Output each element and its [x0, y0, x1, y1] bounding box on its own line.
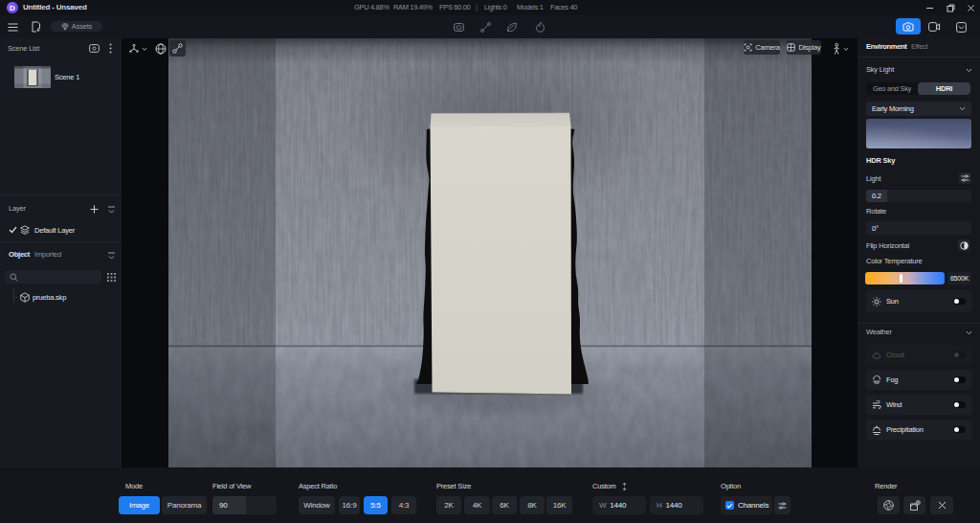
preset-16k-button[interactable]: 16K [546, 496, 572, 514]
geo-and-sky-tab[interactable]: Geo and Sky [866, 82, 918, 95]
camera-icon [902, 22, 914, 32]
window-title: Untitled - Unsaved [23, 0, 87, 15]
rotate-value-input[interactable]: 0° [866, 221, 971, 235]
preset-2k-button[interactable]: 2K [436, 496, 461, 514]
channels-checkbox[interactable] [725, 501, 734, 510]
add-scene-button[interactable] [88, 43, 100, 54]
collapse-icon-2 [107, 252, 116, 260]
cloud-toggle[interactable] [953, 352, 966, 358]
viewport-display-button[interactable]: Display [787, 40, 821, 55]
measure-tool-button[interactable] [169, 40, 186, 57]
assets-button[interactable]: Assets [51, 21, 102, 32]
fov-input[interactable]: 90 [212, 496, 277, 514]
main-menu-button[interactable] [6, 20, 19, 34]
hdr-preview-image[interactable] [866, 119, 971, 148]
option-settings-button[interactable] [774, 496, 791, 514]
viewport-camera-button[interactable]: Camera [744, 40, 780, 55]
hdr-sky-label: HDR Sky [866, 156, 895, 165]
custom-width-input[interactable]: W1440 [592, 496, 646, 514]
import-model-button[interactable] [29, 20, 42, 34]
viewport-3d[interactable]: Camera Display [168, 38, 812, 467]
hdri-tab[interactable]: HDRI [918, 82, 970, 95]
render-start-button[interactable] [878, 496, 900, 514]
panel-divider-top [858, 57, 980, 57]
add-to-queue-button[interactable] [903, 496, 925, 514]
color-temperature-handle[interactable] [900, 274, 902, 283]
render-queue-icon [956, 22, 967, 33]
sun-toggle[interactable] [953, 298, 966, 305]
mode-image-button[interactable]: Image [119, 496, 160, 514]
gizmo-mode-button[interactable] [128, 42, 147, 56]
color-temperature-value[interactable]: 6500K [947, 272, 971, 284]
camera-focus-icon [744, 43, 752, 52]
app-logo-icon: D [7, 2, 18, 13]
preset-6k-button[interactable]: 6K [492, 496, 517, 514]
tab-effect[interactable]: Effect [911, 42, 927, 51]
fov-fill [212, 496, 246, 514]
scene-model-box[interactable] [431, 113, 572, 395]
render-queue-button[interactable] [954, 21, 968, 33]
sky-light-chevron-icon[interactable] [966, 68, 972, 73]
wind-toggle-knob [954, 402, 959, 407]
particle-tool-button[interactable] [534, 21, 546, 33]
close-button[interactable] [961, 0, 980, 15]
assets-gem-icon [61, 23, 69, 31]
collapse-object-button[interactable] [106, 251, 116, 260]
scene-thumbnail[interactable] [14, 66, 51, 88]
preset-8k-button[interactable]: 8K [520, 496, 545, 514]
custom-height-input[interactable]: H1440 [650, 496, 703, 514]
custom-label: Custom [592, 482, 616, 491]
left-sidebar: Scene List Scene 1 Layer [0, 38, 122, 467]
world-axis-button[interactable] [154, 42, 167, 55]
channels-label: Channels [738, 501, 768, 510]
flip-horizontal-button[interactable] [958, 239, 970, 251]
tab-environment[interactable]: Environment [866, 42, 907, 51]
close-render-bar-button[interactable] [930, 496, 953, 514]
aspect-43-button[interactable]: 4:3 [391, 496, 416, 514]
scene-item-name[interactable]: Scene 1 [55, 73, 79, 81]
restore-button[interactable] [941, 0, 960, 15]
photo-mode-button[interactable] [896, 18, 921, 34]
wind-toggle[interactable] [953, 401, 966, 408]
preset-chevron-icon [959, 106, 966, 111]
scene-list-menu-button[interactable] [105, 43, 115, 54]
minimize-button[interactable] [920, 0, 939, 15]
layer-row-default[interactable]: Default Layer [0, 222, 122, 238]
video-mode-button[interactable] [927, 21, 941, 33]
fog-toggle[interactable] [953, 376, 966, 383]
assets-label: Assets [72, 22, 92, 31]
weather-chevron-icon[interactable] [966, 330, 972, 335]
search-icon [10, 273, 18, 282]
light-value-input[interactable]: 0.2 [866, 190, 971, 202]
preset-4k-button[interactable]: 4K [464, 496, 490, 514]
collapse-layer-button[interactable] [106, 205, 116, 214]
color-temperature-slider[interactable] [865, 272, 945, 284]
path-tool-button[interactable] [479, 21, 491, 33]
flame-icon [535, 21, 546, 33]
option-label: Option [721, 482, 741, 491]
precipitation-toggle[interactable] [953, 426, 966, 433]
material-tool-button[interactable] [453, 22, 464, 33]
walk-mode-button[interactable] [829, 42, 852, 56]
stat-faces: Faces 40 [550, 0, 577, 15]
foliage-tool-button[interactable] [505, 21, 518, 33]
object-view-mode-button[interactable] [104, 270, 118, 284]
move-gizmo-icon [128, 43, 140, 55]
import-file-icon [31, 21, 41, 33]
object-search-input[interactable] [5, 270, 101, 284]
video-icon [928, 22, 941, 32]
object-row-prueba[interactable]: prueba.skp [0, 289, 122, 305]
mode-panorama-button[interactable]: Panorama [162, 496, 207, 514]
custom-swap-icon[interactable] [621, 482, 628, 491]
object-filter-imported[interactable]: Imported [34, 250, 61, 259]
layers-icon [20, 225, 30, 235]
aspect-55-button[interactable]: 5:5 [364, 496, 388, 514]
hdri-preset-select[interactable]: Early Morning [866, 102, 971, 116]
add-layer-button[interactable] [89, 204, 99, 214]
light-settings-button[interactable] [959, 172, 971, 184]
aspect-window-button[interactable]: Window [299, 496, 335, 514]
minimize-icon [925, 4, 934, 12]
aspect-169-button[interactable]: 16:9 [339, 496, 360, 514]
hamburger-icon [8, 23, 18, 32]
weather-row-cloud: Cloud [866, 345, 972, 365]
